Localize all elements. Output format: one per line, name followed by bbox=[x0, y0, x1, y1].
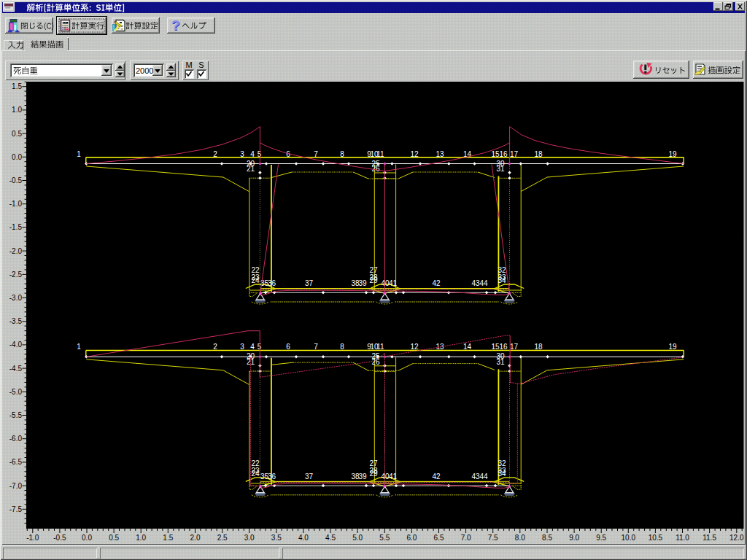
svg-text:10.5: 10.5 bbox=[649, 534, 663, 542]
svg-text:-0.5: -0.5 bbox=[53, 534, 66, 542]
svg-text:18: 18 bbox=[534, 150, 543, 158]
svg-text:-6.0: -6.0 bbox=[9, 435, 23, 443]
svg-text:3: 3 bbox=[240, 150, 244, 158]
svg-text:3.0: 3.0 bbox=[244, 534, 255, 542]
svg-text:?: ? bbox=[171, 18, 180, 33]
svg-text:8.0: 8.0 bbox=[515, 534, 525, 542]
svg-text:6.5: 6.5 bbox=[434, 534, 444, 542]
svg-text:24: 24 bbox=[251, 276, 260, 284]
svg-text:8: 8 bbox=[340, 150, 344, 158]
svg-text:11: 11 bbox=[376, 343, 384, 351]
svg-text:-0.5: -0.5 bbox=[9, 176, 23, 184]
svg-text:-5.0: -5.0 bbox=[9, 388, 23, 396]
svg-text:2.0: 2.0 bbox=[190, 534, 201, 542]
svg-text:37: 37 bbox=[305, 472, 314, 481]
svg-text:42: 42 bbox=[432, 279, 441, 287]
svg-text:6: 6 bbox=[286, 343, 290, 351]
svg-text:16: 16 bbox=[499, 150, 508, 158]
svg-text:31: 31 bbox=[496, 165, 505, 173]
svg-text:-4.5: -4.5 bbox=[9, 365, 23, 373]
svg-text:42: 42 bbox=[432, 472, 441, 481]
svg-text:11: 11 bbox=[376, 150, 384, 158]
svg-text:14: 14 bbox=[463, 343, 472, 351]
svg-text:21: 21 bbox=[247, 165, 255, 173]
svg-text:-7.0: -7.0 bbox=[9, 482, 23, 490]
svg-text:44: 44 bbox=[479, 472, 488, 481]
svg-text:4: 4 bbox=[250, 343, 255, 351]
svg-text:29: 29 bbox=[369, 276, 378, 284]
svg-text:17: 17 bbox=[510, 150, 519, 158]
svg-text:M: M bbox=[185, 61, 192, 69]
svg-text:41: 41 bbox=[389, 279, 398, 287]
svg-text:24: 24 bbox=[251, 470, 260, 478]
svg-text:17: 17 bbox=[510, 343, 519, 351]
svg-text:0.5: 0.5 bbox=[109, 534, 119, 542]
svg-text:34: 34 bbox=[498, 276, 506, 284]
svg-text:15: 15 bbox=[491, 343, 500, 351]
svg-text:1.0: 1.0 bbox=[12, 106, 22, 114]
svg-text:2000: 2000 bbox=[136, 66, 153, 75]
svg-text:9.5: 9.5 bbox=[596, 534, 606, 542]
svg-text:7.0: 7.0 bbox=[461, 534, 471, 542]
svg-text:39: 39 bbox=[358, 472, 367, 481]
svg-text:-1.0: -1.0 bbox=[26, 534, 39, 542]
svg-text:4: 4 bbox=[250, 150, 255, 158]
svg-text:36: 36 bbox=[268, 279, 276, 287]
svg-text:12: 12 bbox=[410, 343, 419, 351]
svg-text:12.0: 12.0 bbox=[729, 534, 744, 542]
svg-text:13: 13 bbox=[436, 150, 444, 158]
svg-text:11.0: 11.0 bbox=[676, 534, 689, 542]
svg-text:0.0: 0.0 bbox=[82, 534, 92, 542]
svg-text:39: 39 bbox=[358, 279, 367, 287]
svg-text:43: 43 bbox=[471, 472, 480, 481]
svg-text:37: 37 bbox=[305, 279, 314, 287]
svg-text:1.5: 1.5 bbox=[12, 82, 22, 90]
svg-text:-2.5: -2.5 bbox=[9, 271, 23, 279]
svg-text:-1.5: -1.5 bbox=[9, 223, 23, 231]
svg-text:-4.0: -4.0 bbox=[9, 341, 23, 349]
svg-text:5: 5 bbox=[258, 150, 262, 158]
svg-text:-6.5: -6.5 bbox=[9, 458, 23, 466]
svg-text:26: 26 bbox=[371, 358, 380, 366]
svg-text:19: 19 bbox=[668, 343, 677, 351]
svg-text:10.0: 10.0 bbox=[622, 534, 636, 542]
svg-text:1.5: 1.5 bbox=[163, 534, 173, 542]
svg-text:4.5: 4.5 bbox=[325, 534, 336, 542]
svg-text:12: 12 bbox=[410, 150, 419, 158]
svg-text:-1.0: -1.0 bbox=[9, 200, 23, 208]
svg-text:43: 43 bbox=[471, 279, 480, 287]
svg-text:34: 34 bbox=[498, 470, 506, 478]
svg-text:1: 1 bbox=[77, 150, 81, 158]
svg-text:15: 15 bbox=[491, 150, 500, 158]
svg-text:26: 26 bbox=[371, 165, 380, 173]
svg-text:41: 41 bbox=[389, 472, 398, 481]
svg-text:7: 7 bbox=[314, 150, 318, 158]
svg-text:-3.5: -3.5 bbox=[9, 317, 23, 325]
svg-text:0.0: 0.0 bbox=[12, 153, 22, 161]
svg-text:31: 31 bbox=[496, 358, 505, 366]
svg-text:7.5: 7.5 bbox=[488, 534, 498, 542]
svg-text:5.0: 5.0 bbox=[352, 534, 363, 542]
svg-text:9.0: 9.0 bbox=[569, 534, 579, 542]
svg-text:-2.0: -2.0 bbox=[9, 247, 23, 255]
svg-text:11.5: 11.5 bbox=[703, 534, 716, 542]
svg-text:0.5: 0.5 bbox=[12, 130, 22, 138]
svg-text:44: 44 bbox=[479, 279, 488, 287]
svg-text:29: 29 bbox=[369, 470, 378, 478]
svg-text:16: 16 bbox=[499, 343, 508, 351]
svg-text:1: 1 bbox=[77, 343, 81, 351]
svg-text:-5.5: -5.5 bbox=[9, 411, 23, 419]
svg-text:36: 36 bbox=[268, 472, 276, 481]
svg-text:8: 8 bbox=[340, 343, 344, 351]
svg-text:2.5: 2.5 bbox=[217, 534, 228, 542]
svg-text:19: 19 bbox=[668, 150, 677, 158]
svg-text:1.0: 1.0 bbox=[136, 534, 146, 542]
svg-text:8.5: 8.5 bbox=[542, 534, 552, 542]
svg-text:-3.0: -3.0 bbox=[9, 294, 23, 302]
svg-text:-7.5: -7.5 bbox=[9, 505, 23, 513]
svg-text:3.5: 3.5 bbox=[271, 534, 282, 542]
svg-text:6.0: 6.0 bbox=[406, 534, 417, 542]
svg-text:18: 18 bbox=[534, 343, 543, 351]
svg-text:2: 2 bbox=[213, 150, 217, 158]
svg-text:2: 2 bbox=[213, 343, 217, 351]
